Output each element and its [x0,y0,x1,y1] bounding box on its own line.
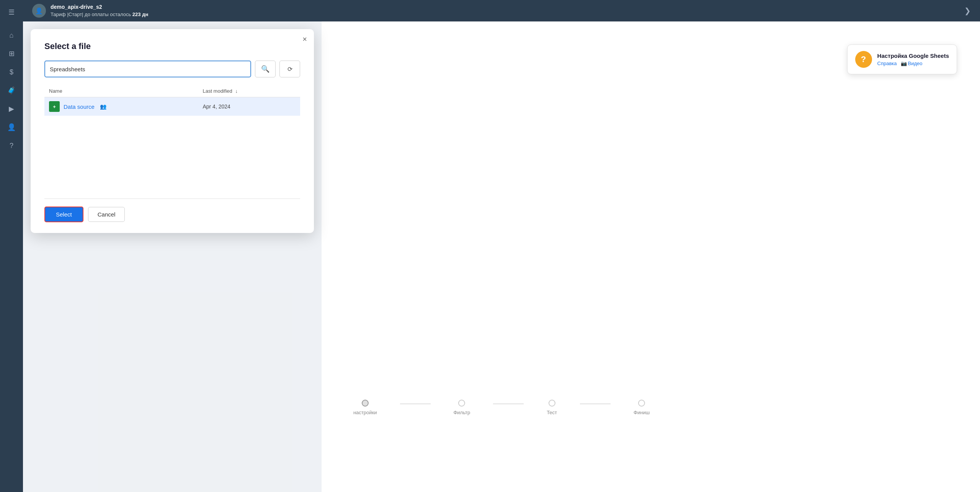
sidebar: ☰ ⌂ ⊞ $ 🧳 ▶ 👤 ? [0,0,23,492]
sidebar-menu-icon[interactable]: ☰ [4,5,19,20]
home-icon: ⌂ [10,31,14,39]
step-nastroyki: настройки [353,400,377,415]
step-label-filtr: Фильтр [453,410,470,415]
search-bar: 🔍 ⟳ [44,61,300,77]
avatar: 👤 [32,4,46,18]
help-content: Настройка Google Sheets Справка 📷 Видео [877,52,949,66]
dialog-divider [44,198,300,199]
tariff-label: Тариф |Старт| до оплаты осталось [51,11,132,17]
top-bar-info: demo_apix-drive_s2 Тариф |Старт| до опла… [51,3,148,18]
step-circle-finish [638,400,645,407]
step-circle-filtr [458,400,465,407]
dialog-title: Select a file [44,41,300,51]
search-button[interactable]: 🔍 [255,61,276,77]
step-line-1 [400,403,430,404]
col-name-header: Name [44,85,198,97]
help-tooltip: ? Настройка Google Sheets Справка 📷 Виде… [847,44,957,74]
dollar-icon: $ [10,68,13,76]
file-date-cell: Apr 4, 2024 [198,97,300,116]
table-row[interactable]: + Data source 👥 Apr 4, 2024 [44,97,300,116]
user-icon: 👤 [7,123,16,131]
youtube-icon: ▶ [9,105,14,113]
sidebar-help-icon[interactable]: ? [4,138,19,153]
sidebar-user-icon[interactable]: 👤 [4,120,19,135]
sidebar-youtube-icon[interactable]: ▶ [4,101,19,116]
file-table: Name Last modified ↓ [44,85,300,116]
briefcase-icon: 🧳 [7,86,16,95]
step-finish: Финиш [634,400,650,415]
select-file-dialog: × Select a file 🔍 ⟳ [31,29,314,233]
step-label-finish: Финиш [634,410,650,415]
sort-icon[interactable]: ↓ [235,88,238,94]
top-bar-left: 👤 demo_apix-drive_s2 Тариф |Старт| до оп… [32,3,148,18]
step-circle-nastroyki [362,400,369,407]
step-test: Тест [547,400,557,415]
steps-bar: настройки Фильтр Тест Финиш [353,400,650,415]
file-row-name: + Data source 👥 [49,101,193,112]
refresh-icon: ⟳ [287,66,292,73]
last-modified-label: Last modified [203,88,232,94]
step-circle-test [549,400,555,407]
shared-icon: 👥 [100,103,106,110]
refresh-button[interactable]: ⟳ [279,61,300,77]
step-label-test: Тест [547,410,557,415]
step-filtr: Фильтр [453,400,470,415]
menu-icon: ☰ [8,8,15,16]
top-bar: 👤 demo_apix-drive_s2 Тариф |Старт| до оп… [23,0,980,21]
dialog-footer: Select Cancel [44,205,300,222]
file-date-text: Apr 4, 2024 [203,103,230,110]
main-area: 👤 demo_apix-drive_s2 Тариф |Старт| до оп… [23,0,980,492]
col-modified-header: Last modified ↓ [198,85,300,97]
search-icon: 🔍 [261,65,270,73]
content-area: × Select a file 🔍 ⟳ [23,21,980,492]
step-line-3 [580,403,611,404]
help-icon: ? [10,142,13,150]
sidebar-dollar-icon[interactable]: $ [4,64,19,80]
sidebar-home-icon[interactable]: ⌂ [4,28,19,43]
select-button[interactable]: Select [44,207,83,222]
video-camera-icon: 📷 [901,61,907,66]
search-input[interactable] [44,61,251,77]
dashboard-icon: ⊞ [9,49,15,58]
step-label-nastroyki: настройки [353,410,377,415]
help-link-справка[interactable]: Справка [877,61,897,66]
cancel-button[interactable]: Cancel [88,207,125,222]
file-table-container[interactable]: Name Last modified ↓ [44,85,300,192]
help-links: Справка 📷 Видео [877,61,949,66]
topbar-chevron[interactable]: ❯ [964,6,971,15]
sidebar-briefcase-icon[interactable]: 🧳 [4,83,19,98]
dialog-close-button[interactable]: × [302,35,307,43]
username-label: demo_apix-drive_s2 [51,4,102,10]
video-label: Видео [908,61,923,66]
sidebar-dashboard-icon[interactable]: ⊞ [4,46,19,61]
help-link-video[interactable]: 📷 Видео [901,61,923,66]
days-label: 223 дн [132,11,148,17]
dialog-overlay: × Select a file 🔍 ⟳ [23,21,322,492]
sheets-icon: + [49,101,60,112]
step-line-2 [493,403,524,404]
file-name-text: Data source [64,103,95,110]
file-name-cell: + Data source 👥 [44,97,198,116]
help-title: Настройка Google Sheets [877,52,949,59]
help-circle-icon: ? [855,51,872,68]
